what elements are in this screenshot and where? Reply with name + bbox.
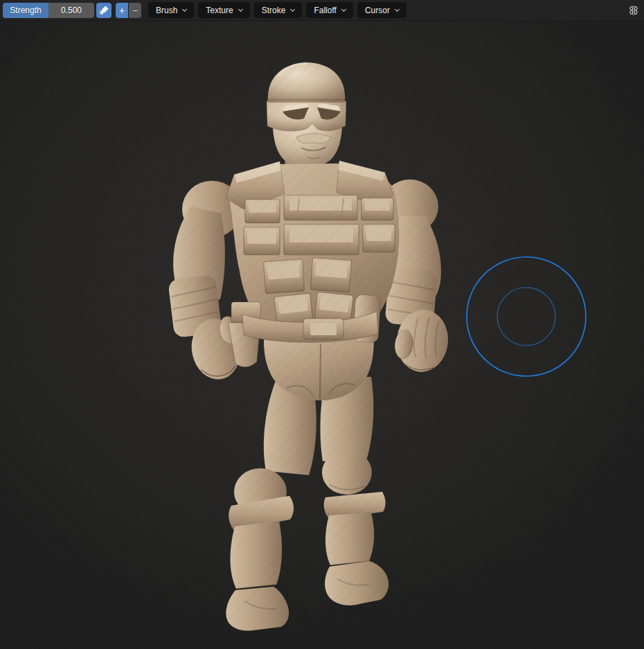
- figure-head: [267, 62, 346, 168]
- menu-button-brush[interactable]: Brush: [148, 2, 194, 18]
- chevron-down-icon: [341, 6, 346, 11]
- chevron-down-icon: [395, 6, 400, 11]
- butterfly-symmetry-icon: [627, 4, 640, 17]
- menu-label: Stroke: [262, 6, 286, 15]
- chevron-down-icon: [290, 6, 295, 11]
- decrease-button[interactable]: −: [129, 3, 141, 18]
- menu-label: Cursor: [365, 6, 390, 15]
- brush-cursor-outer-ring: [467, 257, 586, 376]
- menu-button-falloff[interactable]: Falloff: [306, 2, 352, 18]
- chevron-down-icon: [238, 6, 243, 11]
- increase-button[interactable]: +: [116, 3, 128, 18]
- chevron-down-icon: [182, 6, 187, 11]
- viewport-canvas[interactable]: [0, 21, 644, 649]
- menu-label: Falloff: [314, 6, 336, 15]
- brush-tool-button[interactable]: [96, 3, 111, 18]
- symmetry-toggle-button[interactable]: [627, 3, 640, 18]
- strength-slider[interactable]: Strength 0.500: [3, 3, 94, 18]
- menu-label: Brush: [156, 6, 177, 15]
- menu-label: Texture: [206, 6, 233, 15]
- sculpt-model[interactable]: [0, 21, 644, 649]
- strength-slider-value: 0.500: [48, 3, 94, 18]
- sculpt-figure: [168, 62, 451, 631]
- strength-slider-label: Strength: [3, 3, 48, 18]
- menu-button-cursor[interactable]: Cursor: [357, 2, 406, 18]
- brush-stylus-icon: [99, 5, 109, 15]
- sculpt-app-window: Strength 0.500 + − Brush Texture Stroke: [0, 0, 644, 649]
- menu-button-texture[interactable]: Texture: [198, 2, 249, 18]
- radius-stepper: + −: [116, 3, 141, 18]
- figure-legs: [226, 377, 388, 631]
- menu-button-stroke[interactable]: Stroke: [254, 2, 303, 18]
- brush-cursor: [467, 257, 586, 376]
- brush-cursor-inner-ring: [497, 287, 555, 346]
- toolbar: Strength 0.500 + − Brush Texture Stroke: [0, 0, 644, 21]
